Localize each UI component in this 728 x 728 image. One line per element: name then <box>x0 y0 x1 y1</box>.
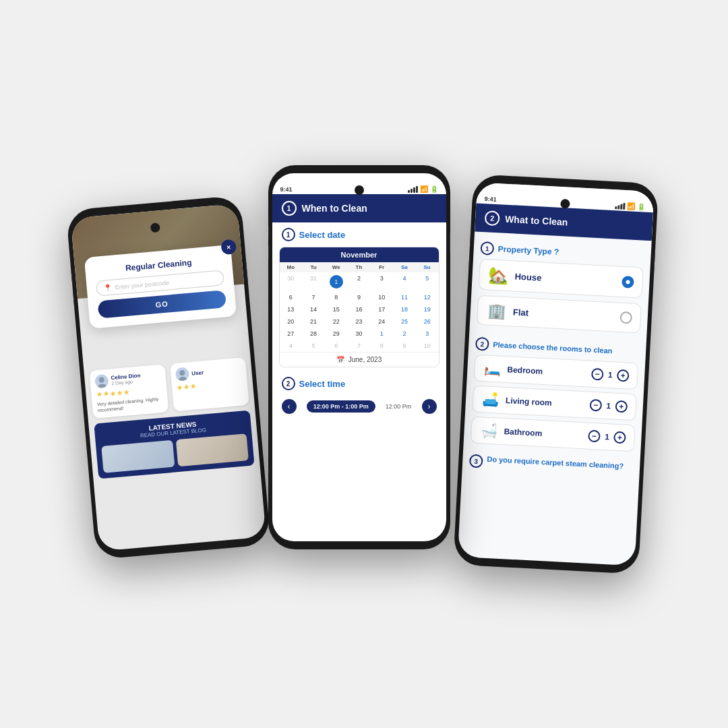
section-title-when: When to Clean <box>302 203 367 214</box>
living-room-increment[interactable]: + <box>615 400 628 413</box>
calendar-grid: Mo Tu We Th Fr Sa Su 30 31 1 2 3 4 5 6 <box>280 262 439 352</box>
phone-2-notch <box>355 185 364 195</box>
cal-3[interactable]: 3 <box>370 272 393 291</box>
house-radio-selected[interactable] <box>621 276 634 289</box>
house-label: House <box>514 271 617 286</box>
bedroom-label: Bedroom <box>507 365 586 378</box>
cal-30-prev[interactable]: 30 <box>280 272 303 291</box>
cal-21[interactable]: 21 <box>302 315 325 328</box>
cal-30[interactable]: 30 <box>348 328 371 340</box>
time-prev-button[interactable]: ‹ <box>282 399 297 414</box>
cal-10-gray[interactable]: 10 <box>416 340 439 352</box>
cal-19-sun[interactable]: 19 <box>416 303 439 315</box>
flat-radio-unselected[interactable] <box>619 311 632 324</box>
bedroom-increment[interactable]: + <box>616 369 629 382</box>
cal-9-gray[interactable]: 9 <box>393 340 416 352</box>
cal-31-prev[interactable]: 31 <box>302 272 325 291</box>
bathroom-increment[interactable]: + <box>613 431 626 444</box>
cal-8-gray[interactable]: 8 <box>370 340 393 352</box>
cal-26-sun[interactable]: 26 <box>416 315 439 328</box>
cal-18-sat[interactable]: 18 <box>393 303 416 315</box>
cal-22[interactable]: 22 <box>325 315 348 328</box>
bedroom-counter: − 1 + <box>590 368 629 382</box>
cal-20[interactable]: 20 <box>280 315 303 328</box>
time-range-display[interactable]: 12:00 Pm - 1:00 Pm <box>307 400 375 413</box>
cal-2-next[interactable]: 2 <box>393 328 416 340</box>
phone-3-vol-down-btn <box>467 255 470 268</box>
time-display: 12:00 Pm <box>386 403 412 410</box>
cal-13[interactable]: 13 <box>280 303 303 315</box>
time-next-button[interactable]: › <box>422 399 437 414</box>
phone-3-wifi-icon: 📶 <box>627 202 636 210</box>
living-room-decrement[interactable]: − <box>589 399 602 412</box>
cal-4-gray[interactable]: 4 <box>280 340 303 352</box>
cal-14[interactable]: 14 <box>302 303 325 315</box>
what-to-clean-title: What to Clean <box>504 214 568 228</box>
signal-icon <box>408 186 418 193</box>
cal-2[interactable]: 2 <box>348 272 371 291</box>
cal-29[interactable]: 29 <box>325 328 348 340</box>
calendar[interactable]: November Mo Tu We Th Fr Sa Su 30 31 1 2 … <box>279 247 439 367</box>
house-icon: 🏡 <box>487 266 510 286</box>
select-time-header: 2 Select time <box>272 371 446 396</box>
phone-2-vol-down-btn <box>268 246 269 260</box>
svg-point-7 <box>178 377 187 382</box>
cal-7[interactable]: 7 <box>302 291 325 303</box>
cal-9[interactable]: 9 <box>348 291 371 303</box>
cal-23[interactable]: 23 <box>348 315 371 328</box>
day-sa: Sa <box>393 262 416 272</box>
day-th: Th <box>348 262 371 272</box>
phone-2: 9:41 📶 🔋 1 When to Clean <box>268 165 450 549</box>
phone-3-screen: 9:41 📶 🔋 2 What to Clean <box>457 182 654 566</box>
svg-point-4 <box>98 377 104 383</box>
bedroom-decrement[interactable]: − <box>590 368 603 381</box>
cal-16[interactable]: 16 <box>348 303 371 315</box>
cal-6[interactable]: 6 <box>280 291 303 303</box>
review-card-2: User ★★★ <box>169 357 249 412</box>
cal-24[interactable]: 24 <box>370 315 393 328</box>
rooms-section: 2 Please choose the rooms to clean 🛏️ Be… <box>463 334 646 460</box>
bedroom-icon: 🛏️ <box>482 360 502 377</box>
cal-10[interactable]: 10 <box>370 291 393 303</box>
cal-15[interactable]: 15 <box>325 303 348 315</box>
cal-3-next[interactable]: 3 <box>416 328 439 340</box>
cal-11-sat[interactable]: 11 <box>393 291 416 303</box>
cal-17[interactable]: 17 <box>370 303 393 315</box>
cal-5-gray[interactable]: 5 <box>302 340 325 352</box>
bathroom-label: Bathroom <box>504 427 583 440</box>
living-room-icon: 🛋️ <box>481 391 500 408</box>
phone-1-vol-up-btn <box>69 271 73 284</box>
cal-8[interactable]: 8 <box>325 291 348 303</box>
news-img-1 <box>101 440 175 473</box>
when-to-clean-header: 1 When to Clean <box>272 194 446 222</box>
flat-option[interactable]: 🏢 Flat <box>476 295 641 334</box>
bathroom-row: 🛁 Bathroom − 1 + <box>470 417 635 452</box>
time-row: ‹ 12:00 Pm - 1:00 Pm 12:00 Pm › <box>272 396 446 417</box>
phone-2-screen: 9:41 📶 🔋 1 When to Clean <box>272 173 446 541</box>
phone-2-time: 9:41 <box>280 186 293 193</box>
cal-1[interactable]: 1 <box>325 272 348 291</box>
cal-4-sat[interactable]: 4 <box>393 272 416 291</box>
cal-1-next[interactable]: 1 <box>370 328 393 340</box>
phone-3-status-icons: 📶 🔋 <box>615 202 646 210</box>
phone-3-notch <box>559 199 570 209</box>
cal-7-gray[interactable]: 7 <box>348 340 371 352</box>
review-row: Celine Dion 2 Day ago ★★★★★ Very detaile… <box>89 357 249 419</box>
cal-6-gray[interactable]: 6 <box>325 340 348 352</box>
cal-5-sun[interactable]: 5 <box>416 272 439 291</box>
bathroom-decrement[interactable]: − <box>588 430 601 443</box>
review-card-1: Celine Dion 2 Day ago ★★★★★ Very detaile… <box>89 364 169 419</box>
cal-25-sat[interactable]: 25 <box>393 315 416 328</box>
phone-3-battery-icon: 🔋 <box>637 203 646 211</box>
battery-icon: 🔋 <box>430 185 438 193</box>
cal-12-sun[interactable]: 12 <box>416 291 439 303</box>
cal-27[interactable]: 27 <box>280 328 303 340</box>
select-date-title: Select date <box>299 230 346 240</box>
property-type-num: 1 <box>480 241 494 255</box>
day-mo: Mo <box>280 262 303 272</box>
wifi-icon: 📶 <box>420 185 428 193</box>
cal-28[interactable]: 28 <box>302 328 325 340</box>
reviewer-name-2: User <box>191 369 204 377</box>
phone-2-vol-up-btn <box>268 226 269 239</box>
property-type-title: Property Type ? <box>497 244 559 257</box>
